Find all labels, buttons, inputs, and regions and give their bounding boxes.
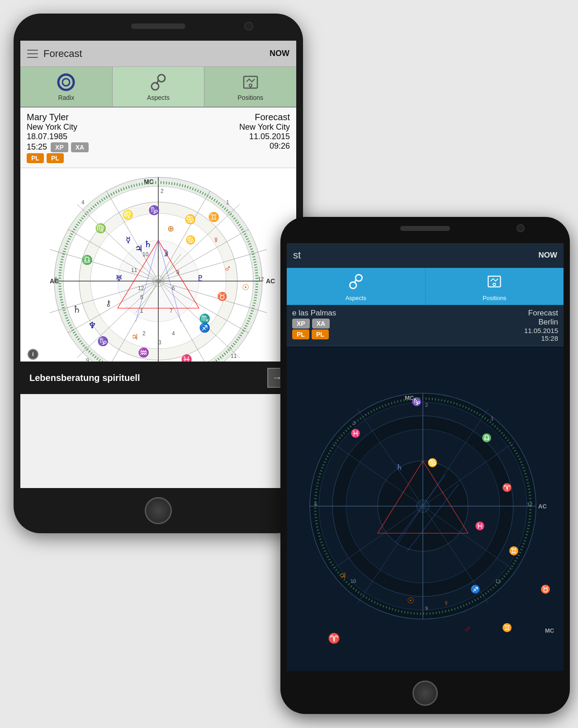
info2-left: e las Palmas XP XA PL PL xyxy=(292,309,425,342)
svg-text:♈: ♈ xyxy=(328,632,341,644)
svg-text:♐: ♐ xyxy=(470,584,481,594)
tab-aspects[interactable]: Aspects xyxy=(113,67,205,107)
svg-text:♆: ♆ xyxy=(88,320,96,330)
svg-point-84 xyxy=(355,274,362,281)
svg-text:♓: ♓ xyxy=(475,521,485,531)
svg-text:12: 12 xyxy=(258,276,264,282)
forecast2-time: 15:28 xyxy=(426,334,558,342)
svg-text:♋: ♋ xyxy=(427,458,438,468)
svg-text:4: 4 xyxy=(81,199,85,206)
svg-text:♒: ♒ xyxy=(138,347,149,358)
app2-header: st NOW xyxy=(287,243,564,268)
badge-row2-1: XP XA xyxy=(292,319,425,329)
svg-point-85 xyxy=(350,282,356,288)
birth-time: 15:25 xyxy=(27,142,47,152)
svg-text:12: 12 xyxy=(138,285,144,291)
svg-text:☉: ☉ xyxy=(407,596,414,605)
tab-positions[interactable]: Positions xyxy=(204,67,296,107)
svg-text:☉: ☉ xyxy=(242,283,249,292)
svg-text:2: 2 xyxy=(142,330,146,337)
phone2-home-button[interactable] xyxy=(412,681,438,706)
svg-text:10: 10 xyxy=(142,251,149,258)
menu-icon[interactable] xyxy=(27,50,38,58)
forecast2-label: Forecast xyxy=(426,309,558,318)
birth-city: New York City xyxy=(27,122,158,132)
svg-text:6: 6 xyxy=(172,285,175,291)
astro-chart[interactable]: MC AC AC MC 2 1 12 11 8 9 6 4 10 9 11 8 xyxy=(20,168,296,394)
svg-text:♓: ♓ xyxy=(351,428,361,438)
badge-row-2: PL PL xyxy=(27,153,158,163)
badge2-xp[interactable]: XP xyxy=(292,319,310,329)
phone2-camera xyxy=(516,224,525,232)
svg-text:5: 5 xyxy=(140,294,143,301)
badge-row-1: XP XA xyxy=(51,142,89,152)
svg-text:♄: ♄ xyxy=(72,304,81,315)
app2-title: st xyxy=(293,249,538,261)
tab-bar-2: Aspects Positions xyxy=(287,268,564,305)
svg-text:⊕: ⊕ xyxy=(167,224,174,233)
svg-text:9: 9 xyxy=(425,606,428,611)
badge2-pl1[interactable]: PL xyxy=(292,329,309,339)
phone1-home-button[interactable] xyxy=(145,497,172,524)
radix-icon xyxy=(56,72,76,92)
ad-banner[interactable]: Lebensberatung spirituell → xyxy=(20,362,296,394)
dark-astro-chart[interactable]: MC AC MC 2 1 12 11 9 10 6 3 ♑ ♎ ♈ ♓ ♊ xyxy=(287,346,564,671)
forecast-date: 11.05.2015 xyxy=(159,132,290,141)
svg-text:♎: ♎ xyxy=(81,254,93,265)
forecast-time: 09:26 xyxy=(159,141,290,151)
svg-text:♎: ♎ xyxy=(482,433,492,443)
forecast-label: Forecast xyxy=(159,112,290,122)
svg-point-0 xyxy=(58,75,74,90)
tab-radix-label: Radix xyxy=(58,94,74,101)
svg-text:♐: ♐ xyxy=(199,322,210,333)
svg-text:☿: ☿ xyxy=(126,235,131,244)
info2-section: e las Palmas XP XA PL PL Forecast Berlin… xyxy=(287,305,564,346)
tab2-aspects-label: Aspects xyxy=(346,295,366,301)
svg-text:♃: ♃ xyxy=(339,571,346,580)
positions2-icon xyxy=(484,272,504,291)
svg-text:11: 11 xyxy=(231,353,237,359)
svg-text:♊: ♊ xyxy=(502,623,512,633)
svg-point-1 xyxy=(62,79,70,86)
positions-icon xyxy=(241,72,261,92)
chart-info-icon[interactable]: i xyxy=(28,349,38,360)
svg-text:♉: ♉ xyxy=(540,584,551,594)
svg-text:11: 11 xyxy=(131,267,137,273)
svg-text:♄: ♄ xyxy=(396,463,403,472)
svg-text:♊: ♊ xyxy=(509,546,519,556)
badge-xa[interactable]: XA xyxy=(71,142,89,152)
svg-text:10: 10 xyxy=(351,578,356,584)
badge2-xa[interactable]: XA xyxy=(312,319,330,329)
forecast2-city: Berlin xyxy=(426,318,558,327)
svg-text:6: 6 xyxy=(314,502,317,507)
app2-now-badge[interactable]: NOW xyxy=(538,251,557,260)
svg-point-2 xyxy=(158,75,165,82)
svg-text:3: 3 xyxy=(158,339,161,346)
info-section: Mary Tyler New York City 18.07.1985 15:2… xyxy=(20,108,296,168)
app-header: Forecast NOW xyxy=(20,41,296,67)
svg-text:♃: ♃ xyxy=(131,333,138,342)
badge-xp[interactable]: XP xyxy=(51,142,68,152)
tab2-positions[interactable]: Positions xyxy=(426,268,564,305)
badge-pl1[interactable]: PL xyxy=(27,153,44,163)
badge2-pl2[interactable]: PL xyxy=(312,329,329,339)
tab-aspects-label: Aspects xyxy=(147,94,170,101)
dark-chart-svg: MC AC MC 2 1 12 11 9 10 6 3 ♑ ♎ ♈ ♓ ♊ xyxy=(287,352,563,669)
svg-text:♄: ♄ xyxy=(144,239,152,249)
ad-text: Lebensberatung spirituell xyxy=(29,373,140,383)
svg-text:1: 1 xyxy=(140,308,143,314)
svg-text:2: 2 xyxy=(161,188,164,194)
badge-pl2[interactable]: PL xyxy=(47,153,64,163)
info-right: Forecast New York City 11.05.2015 09:26 xyxy=(159,112,290,163)
svg-text:♇: ♇ xyxy=(197,274,204,283)
tab-radix[interactable]: Radix xyxy=(20,67,113,107)
phone1-camera xyxy=(244,22,253,31)
svg-text:♑: ♑ xyxy=(148,205,160,216)
badge-row2-2: PL PL xyxy=(292,329,425,339)
svg-text:♈: ♈ xyxy=(502,483,512,493)
now-badge[interactable]: NOW xyxy=(270,49,289,58)
svg-text:♂: ♂ xyxy=(224,263,232,274)
tab2-aspects[interactable]: Aspects xyxy=(287,268,426,305)
svg-text:☽: ☽ xyxy=(161,248,169,258)
tab-bar: Radix Aspects xyxy=(20,67,296,108)
